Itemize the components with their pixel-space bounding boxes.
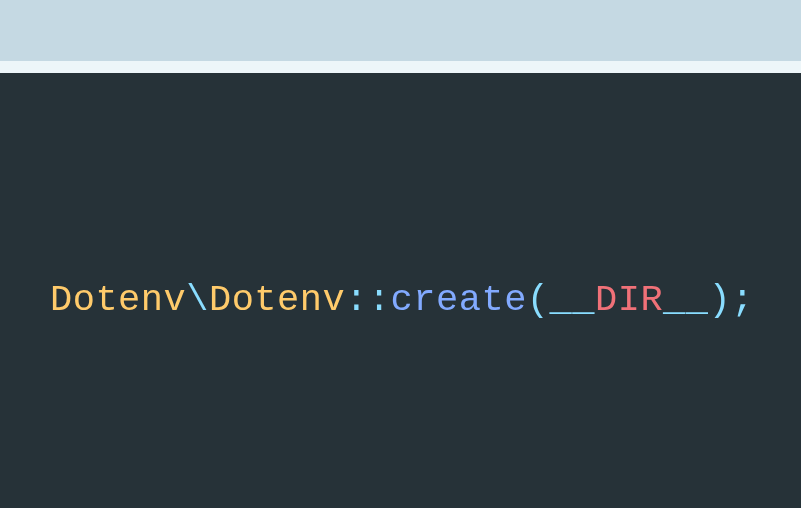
token-paren-close: ) xyxy=(709,279,732,321)
header-band xyxy=(0,0,801,61)
token-class-name: Dotenv xyxy=(209,279,345,321)
code-line: Dotenv\Dotenv::create(__DIR__); xyxy=(50,279,754,321)
token-paren-open: ( xyxy=(527,279,550,321)
token-underscore-trailing: __ xyxy=(663,279,708,321)
code-panel: Dotenv\Dotenv::create(__DIR__); xyxy=(0,73,801,508)
token-underscore-leading: __ xyxy=(550,279,595,321)
token-magic-constant: DIR xyxy=(595,279,663,321)
token-namespace-class: Dotenv xyxy=(50,279,186,321)
divider-band xyxy=(0,61,801,73)
token-namespace-separator: \ xyxy=(186,279,209,321)
token-semicolon: ; xyxy=(731,279,754,321)
token-method-name: create xyxy=(391,279,527,321)
token-double-colon: :: xyxy=(345,279,390,321)
